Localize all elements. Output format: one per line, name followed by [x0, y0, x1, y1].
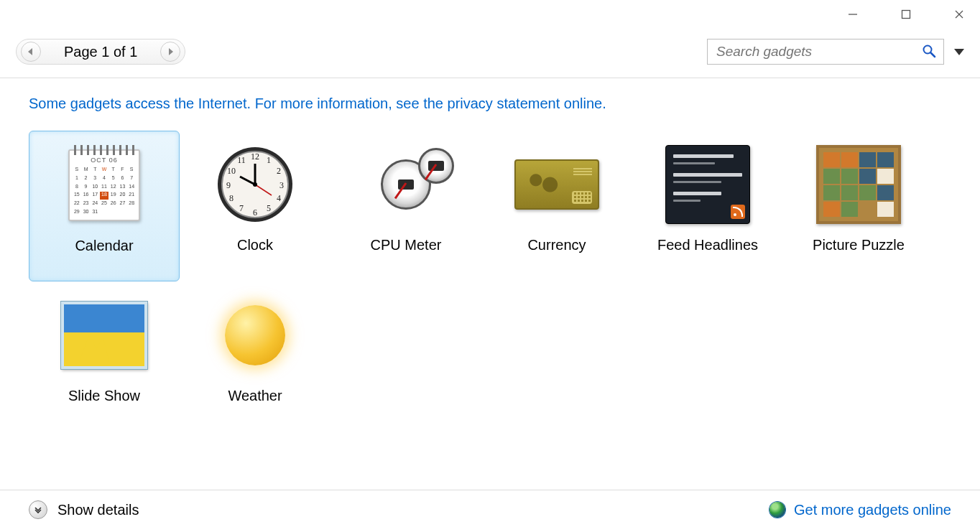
svg-point-25: [253, 182, 257, 187]
svg-text:7: 7: [239, 203, 244, 213]
search-icon[interactable]: [922, 44, 936, 60]
svg-text:11: 11: [237, 155, 246, 165]
picture-puzzle-icon: [812, 138, 905, 231]
svg-text:1: 1: [267, 155, 271, 165]
gadget-calendar[interactable]: OCT 06 SMTWTFS 1234567 891011121314 1516…: [29, 131, 180, 281]
search-box[interactable]: [707, 39, 944, 65]
svg-text:10: 10: [227, 166, 236, 176]
pager-next-button[interactable]: [160, 42, 180, 62]
show-details-label: Show details: [57, 502, 139, 518]
gadget-label: Picture Puzzle: [813, 237, 905, 253]
svg-marker-4: [28, 48, 32, 55]
svg-text:9: 9: [226, 180, 231, 190]
gadget-label: Weather: [228, 388, 282, 404]
gadget-picture-puzzle[interactable]: Picture Puzzle: [783, 131, 934, 281]
gadget-clock[interactable]: 12 3 6 9 12 45 78 1011 Clock: [180, 131, 330, 281]
svg-marker-5: [169, 48, 173, 55]
search-input[interactable]: [715, 43, 917, 60]
svg-text:5: 5: [267, 203, 271, 213]
svg-text:8: 8: [229, 193, 234, 203]
title-bar: [0, 0, 980, 29]
get-more-gadgets-label: Get more gadgets online: [794, 502, 951, 518]
close-button[interactable]: [943, 4, 976, 25]
gadget-label: Calendar: [75, 238, 133, 254]
gadget-label: Clock: [237, 237, 273, 253]
gadget-slide-show[interactable]: Slide Show: [29, 281, 180, 432]
gadget-label: Slide Show: [68, 388, 140, 404]
search-options-dropdown[interactable]: [954, 49, 964, 55]
feed-headlines-icon: [661, 138, 754, 231]
gadget-label: CPU Meter: [371, 237, 442, 253]
cpu-meter-icon: [359, 138, 453, 231]
svg-text:6: 6: [253, 207, 257, 218]
toolbar: Page 1 of 1: [0, 29, 980, 78]
search-wrap: [707, 39, 964, 65]
svg-rect-1: [902, 11, 910, 19]
chevron-down-icon: [29, 500, 47, 519]
gadget-label: Feed Headlines: [657, 237, 758, 253]
gadget-currency[interactable]: Currency: [481, 131, 632, 281]
gadget-grid: OCT 06 SMTWTFS 1234567 891011121314 1516…: [0, 116, 980, 447]
gadget-cpu-meter[interactable]: CPU Meter: [330, 131, 481, 281]
pager-prev-button[interactable]: [21, 42, 41, 62]
show-details-button[interactable]: Show details: [29, 500, 139, 519]
calendar-icon: OCT 06 SMTWTFS 1234567 891011121314 1516…: [57, 139, 151, 232]
get-more-gadgets-link[interactable]: Get more gadgets online: [769, 502, 951, 518]
footer: Show details Get more gadgets online: [0, 490, 980, 532]
privacy-notice-link[interactable]: Some gadgets access the Internet. For mo…: [0, 78, 980, 116]
svg-text:12: 12: [251, 151, 259, 162]
gadget-feed-headlines[interactable]: Feed Headlines: [632, 131, 783, 281]
weather-icon: [208, 289, 302, 382]
globe-icon: [769, 502, 785, 518]
gadget-label: Currency: [527, 237, 586, 253]
maximize-button[interactable]: [889, 4, 923, 25]
minimize-button[interactable]: [836, 4, 869, 25]
pager-label: Page 1 of 1: [44, 44, 157, 60]
svg-text:4: 4: [277, 193, 281, 203]
currency-icon: [510, 138, 604, 231]
svg-text:2: 2: [277, 166, 281, 176]
slide-show-icon: [57, 289, 151, 382]
clock-icon: 12 3 6 9 12 45 78 1011: [208, 138, 302, 231]
pager: Page 1 of 1: [16, 39, 185, 65]
gadget-weather[interactable]: Weather: [180, 281, 330, 432]
svg-line-7: [931, 52, 935, 57]
svg-text:3: 3: [279, 180, 284, 190]
